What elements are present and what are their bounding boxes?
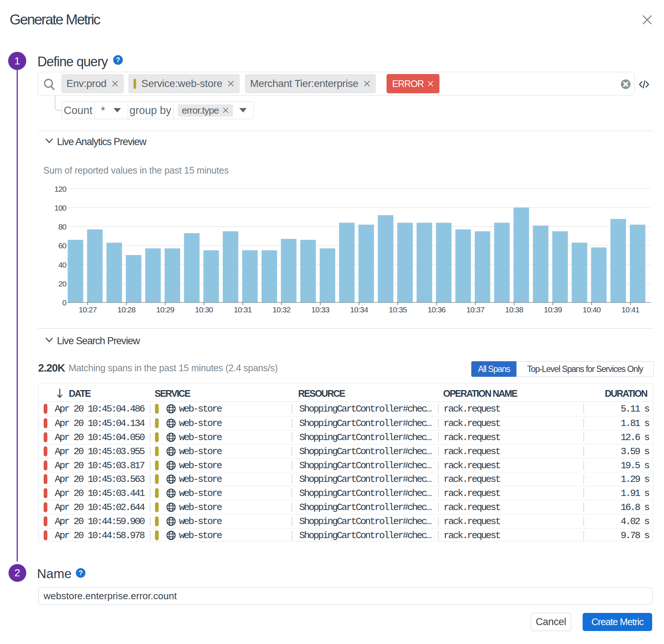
- svg-text:0: 0: [62, 298, 66, 307]
- svg-text:10:29: 10:29: [156, 305, 174, 314]
- svg-text:10:34: 10:34: [350, 305, 368, 314]
- svg-text:60: 60: [58, 241, 67, 250]
- svg-text:10:27: 10:27: [79, 305, 97, 314]
- svg-text:10:40: 10:40: [583, 305, 601, 314]
- svg-text:10:31: 10:31: [234, 305, 252, 314]
- svg-text:10:35: 10:35: [389, 305, 407, 314]
- svg-text:10:30: 10:30: [195, 305, 213, 314]
- svg-text:10:41: 10:41: [621, 305, 640, 314]
- svg-text:120: 120: [54, 185, 66, 193]
- svg-text:80: 80: [58, 222, 67, 231]
- svg-text:40: 40: [58, 261, 67, 269]
- svg-text:10:28: 10:28: [118, 305, 136, 314]
- svg-text:10:37: 10:37: [466, 305, 485, 314]
- svg-text:20: 20: [58, 279, 67, 288]
- svg-text:10:32: 10:32: [273, 305, 291, 314]
- svg-text:10:39: 10:39: [544, 305, 562, 314]
- svg-text:10:38: 10:38: [505, 305, 523, 314]
- svg-text:10:36: 10:36: [428, 305, 446, 314]
- svg-text:10:33: 10:33: [311, 305, 330, 314]
- svg-text:100: 100: [54, 204, 66, 212]
